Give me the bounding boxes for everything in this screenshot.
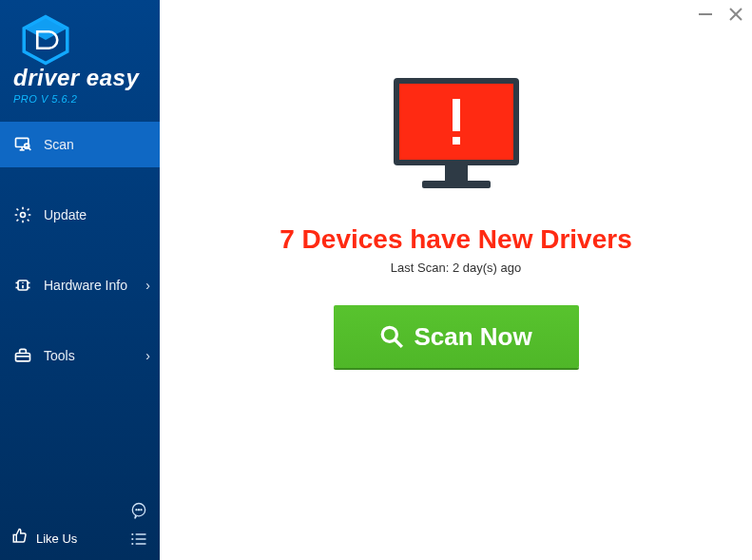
brand-name: driver easy xyxy=(13,65,150,91)
monitor-alert-icon xyxy=(380,70,532,207)
sidebar-bottom: Like Us xyxy=(0,492,160,560)
chevron-right-icon: › xyxy=(145,278,150,293)
toolbox-icon xyxy=(13,346,32,365)
status-headline: 7 Devices have New Drivers xyxy=(280,224,631,255)
svg-point-28 xyxy=(131,543,133,545)
main-panel: 7 Devices have New Drivers Last Scan: 2 … xyxy=(160,0,752,560)
sidebar: driver easy PRO V 5.6.2 Scan xyxy=(0,0,160,560)
magnifier-icon xyxy=(379,324,404,349)
svg-rect-33 xyxy=(422,181,491,188)
last-scan-text: Last Scan: 2 day(s) ago xyxy=(391,261,521,275)
svg-point-23 xyxy=(141,510,142,511)
svg-point-24 xyxy=(131,533,133,535)
monitor-search-icon xyxy=(13,135,32,154)
svg-point-26 xyxy=(131,538,133,540)
scan-now-label: Scan Now xyxy=(414,322,531,352)
sidebar-item-hardware-info[interactable]: Hardware Info › xyxy=(0,262,160,308)
svg-point-12 xyxy=(22,282,24,284)
chat-icon[interactable] xyxy=(129,501,148,520)
svg-point-10 xyxy=(21,213,26,218)
app-window: driver easy PRO V 5.6.2 Scan xyxy=(0,0,752,560)
like-us-label: Like Us xyxy=(36,531,77,546)
svg-rect-35 xyxy=(453,137,460,145)
sidebar-item-label: Tools xyxy=(44,348,75,363)
brand-logo-icon xyxy=(19,13,72,67)
chip-info-icon xyxy=(13,276,32,295)
svg-marker-4 xyxy=(24,17,67,41)
sidebar-utility-icons xyxy=(129,501,148,549)
sidebar-nav: Scan Update xyxy=(0,122,160,378)
svg-rect-18 xyxy=(16,354,30,361)
svg-point-21 xyxy=(136,510,137,511)
svg-line-9 xyxy=(29,148,30,150)
window-controls xyxy=(697,6,744,23)
sidebar-item-tools[interactable]: Tools › xyxy=(0,333,160,378)
minimize-button[interactable] xyxy=(697,6,714,23)
svg-rect-32 xyxy=(445,165,468,181)
brand-version: PRO V 5.6.2 xyxy=(13,93,150,105)
scan-now-button[interactable]: Scan Now xyxy=(334,305,579,368)
chevron-right-icon: › xyxy=(145,348,150,363)
thumbs-up-icon xyxy=(11,528,29,549)
svg-point-36 xyxy=(383,327,397,341)
sidebar-item-label: Hardware Info xyxy=(44,278,127,293)
sidebar-item-label: Update xyxy=(44,207,87,222)
sidebar-item-update[interactable]: Update xyxy=(0,192,160,238)
like-us-button[interactable]: Like Us xyxy=(11,528,77,549)
gear-icon xyxy=(13,205,32,224)
list-icon[interactable] xyxy=(129,530,148,549)
svg-rect-34 xyxy=(453,99,460,131)
sidebar-item-label: Scan xyxy=(44,137,74,152)
sidebar-item-scan[interactable]: Scan xyxy=(0,122,160,167)
svg-rect-5 xyxy=(16,138,29,146)
brand-block: driver easy PRO V 5.6.2 xyxy=(0,0,160,112)
svg-line-37 xyxy=(395,339,403,347)
close-button[interactable] xyxy=(727,6,744,23)
svg-point-22 xyxy=(139,510,140,511)
